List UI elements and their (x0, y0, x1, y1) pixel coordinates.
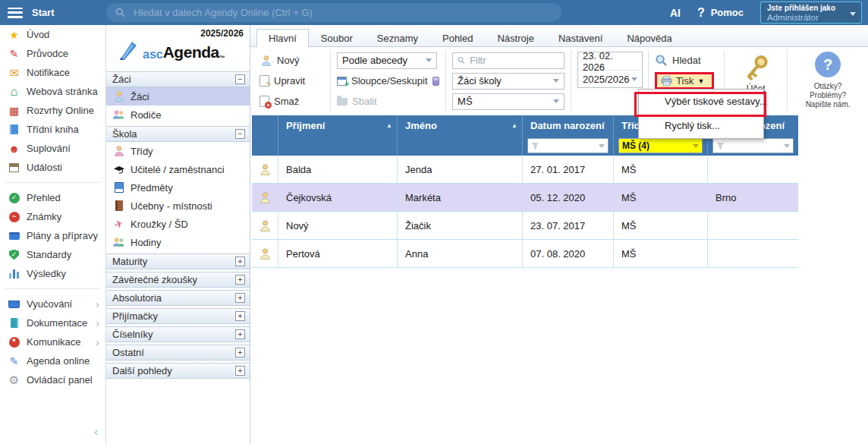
sidebar-item-vyucovani[interactable]: Vyučování › (0, 294, 105, 313)
panel-item-rodice[interactable]: Rodiče (106, 105, 250, 124)
section-header-absolutoria[interactable]: Absolutoria + (106, 290, 250, 306)
print-button[interactable]: Tisk ▼ (655, 72, 714, 90)
class-select[interactable]: MŠ (452, 93, 565, 110)
columns-group-button[interactable]: + Sloupce/Seskupit (337, 75, 427, 87)
section-header-zaci[interactable]: Žáci − (106, 71, 250, 87)
section-header-ciselniky[interactable]: Číselníky + (106, 326, 250, 342)
sort-order-select[interactable]: Podle abecedy (337, 52, 437, 69)
sidebar-item-ovladaci-panel[interactable]: ⚙ Ovládací panel (0, 370, 105, 389)
sidebar-item-agenda-online[interactable]: ✎ Agenda online (0, 351, 105, 370)
current-date-field[interactable]: 23. 02. 2026 (578, 52, 642, 70)
sidebar-item-vysledky[interactable]: Výsledky (0, 264, 105, 283)
sidebar-item-tridni-kniha[interactable]: Třídní kniha (0, 120, 105, 139)
sidebar-item-plany-a-pripravy[interactable]: Plány a přípravy (0, 226, 105, 245)
section-header-maturity[interactable]: Maturity + (106, 253, 250, 269)
quick-filter-input[interactable] (468, 54, 559, 67)
section-header-zaverecne-zkousky[interactable]: Závěrečné zkoušky + (106, 272, 250, 288)
panel-item-predmety[interactable]: Předměty (106, 178, 250, 197)
birth-date-filter[interactable] (527, 138, 609, 153)
expand-section-icon[interactable]: + (235, 329, 245, 339)
global-search-box[interactable] (106, 3, 561, 22)
birthplace-filter[interactable] (712, 138, 794, 153)
toolbar-group-help: ? Otázky? Problémy? Napište nám. (788, 50, 868, 111)
sidebar-item-webova-stranka[interactable]: ⌂ Webová stránka (0, 82, 105, 101)
briefcase-icon (8, 230, 20, 242)
panel-item-ucitele[interactable]: Učitelé / zaměstnanci (106, 160, 250, 178)
quick-filter-box[interactable] (452, 52, 565, 69)
question-mark-icon: ? (697, 6, 705, 20)
new-record-button[interactable]: Nový (259, 52, 324, 69)
sidebar-item-dokumentace[interactable]: Dokumentace › (0, 313, 105, 332)
view-scope-select[interactable]: Žáci školy (452, 73, 565, 90)
sidebar-divider (5, 288, 101, 289)
menu-item-vyber-tiskove-sestavy[interactable]: Výběr tiskové sestavy... (639, 90, 763, 114)
sidebar-item-udalosti[interactable]: Události (0, 158, 105, 177)
table-row[interactable]: Balda Jenda 27. 01. 2017 MŠ (252, 156, 798, 184)
class-filter-active[interactable]: MŠ (4) (618, 138, 703, 153)
panel-item-hodiny[interactable]: Hodiny (106, 233, 250, 251)
column-header-jmeno[interactable]: Jméno ▲ (397, 115, 522, 156)
menu-item-rychly-tisk[interactable]: Rychlý tisk... (639, 114, 763, 138)
grades-icon: ~ (8, 211, 20, 223)
open-book-icon (8, 298, 20, 310)
sidebar-collapse-arrow[interactable]: ‹ (94, 425, 98, 438)
sidebar-item-rozvrhy-online[interactable]: ▦ Rozvrhy Online (0, 101, 105, 120)
panel-item-krouzky[interactable]: ✈ Kroužky / ŠD (106, 215, 250, 233)
section-header-prijimacky[interactable]: Přijímačky + (106, 308, 250, 324)
edit-record-button[interactable]: ✎ Upravit (259, 72, 324, 90)
pen-icon: ✎ (8, 355, 20, 367)
tab-hlavni[interactable]: Hlavní (256, 29, 309, 47)
save-layout-icon[interactable] (432, 77, 440, 86)
sidebar-item-komunikace[interactable]: * Komunikace › (0, 332, 105, 351)
tab-nastroje[interactable]: Nástroje (485, 29, 546, 46)
start-button[interactable]: Start (32, 7, 55, 18)
collapse-groups-button[interactable]: Sbalit (337, 96, 377, 107)
home-icon: ⌂ (8, 86, 20, 98)
ai-button[interactable]: AI (670, 7, 681, 19)
sidebar-item-pruvodce[interactable]: ✎ Průvodce (0, 44, 105, 63)
section-header-dalsi-pohledy[interactable]: Další pohledy + (106, 363, 250, 379)
help-question-icon[interactable]: ? (815, 52, 841, 77)
tab-pohled[interactable]: Pohled (430, 29, 485, 46)
tab-soubor[interactable]: Soubor (309, 29, 365, 46)
logged-in-user-menu[interactable]: Jste přihlášen jako Administrátor (760, 2, 862, 24)
sidebar-item-notifikace[interactable]: ✉ Notifikace (0, 63, 105, 82)
table-row[interactable]: Nový Žiačik 23. 07. 2017 MŠ (252, 212, 798, 240)
sidebar-item-standardy[interactable]: ✓ Standardy (0, 245, 105, 264)
section-header-ostatni[interactable]: Ostatní + (106, 345, 250, 361)
tab-nastaveni[interactable]: Nastavení (546, 29, 615, 46)
section-header-skola[interactable]: Škola − (106, 126, 250, 142)
sidebar-item-znamky[interactable]: ~ Známky (0, 207, 105, 226)
help-button[interactable]: ? Pomoc (697, 6, 744, 20)
table-row[interactable]: Pertová Anna 07. 08. 2020 MŠ (252, 240, 798, 268)
expand-section-icon[interactable]: + (235, 275, 245, 285)
panel-item-tridy[interactable]: Třídy (106, 142, 250, 160)
panel-item-ucebny[interactable]: Učebny - místnosti (106, 197, 250, 215)
delete-record-button[interactable]: × Smaž (259, 93, 324, 110)
ribbon-tab-bar: Hlavní Soubor Seznamy Pohled Nástroje Na… (250, 25, 868, 47)
expand-section-icon[interactable]: + (235, 311, 245, 321)
help-label: Pomoc (711, 7, 744, 18)
toolbar-group-view-options: Podle abecedy + Sloupce/Seskupit Sbalit (331, 50, 446, 111)
collapse-section-icon[interactable]: − (235, 129, 245, 139)
tab-napoveda[interactable]: Nápověda (615, 29, 684, 46)
sidebar-item-suplovani[interactable]: ☻ Suplování (0, 139, 105, 158)
tab-seznamy[interactable]: Seznamy (365, 29, 430, 46)
column-header-datum-narozeni[interactable]: Datum narození (522, 115, 613, 156)
panel-item-zaci[interactable]: Žáci (106, 87, 250, 105)
sidebar-item-uvod[interactable]: ★ Úvod (0, 25, 105, 44)
column-header-prijmeni[interactable]: Příjmení ▲ (278, 115, 397, 156)
search-button[interactable]: Hledat (655, 52, 718, 69)
bar-chart-icon (8, 268, 20, 280)
collapse-section-icon[interactable]: − (235, 74, 245, 84)
expand-section-icon[interactable]: + (235, 293, 245, 303)
expand-section-icon[interactable]: + (235, 348, 245, 357)
hamburger-menu-icon[interactable] (8, 8, 23, 18)
global-search-input[interactable] (132, 6, 552, 19)
sidebar-item-prehled[interactable]: ✓ Přehled (0, 188, 105, 207)
table-row-selected[interactable]: Čejkovská Markéta 05. 12. 2020 MŠ Brno (252, 184, 798, 212)
expand-section-icon[interactable]: + (235, 257, 245, 266)
expand-section-icon[interactable]: + (235, 366, 245, 376)
student-icon (112, 90, 125, 102)
account-button[interactable]: Účet (739, 52, 772, 94)
